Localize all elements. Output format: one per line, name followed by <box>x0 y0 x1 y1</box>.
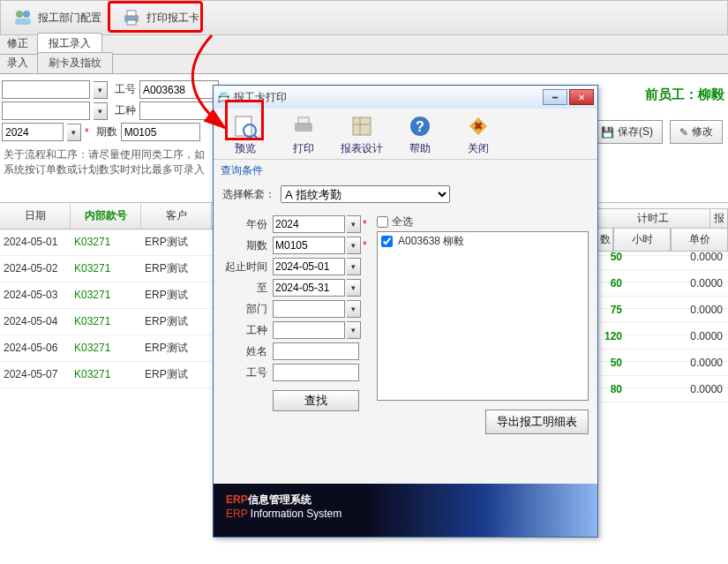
required-asterisk: * <box>363 218 367 230</box>
print-card-label: 打印报工卡 <box>146 11 199 26</box>
top-toolbar: 报工部门配置 打印报工卡 <box>0 0 728 35</box>
select-all-label: 全选 <box>392 214 413 229</box>
close-button[interactable]: ✖ 关闭 <box>457 111 499 156</box>
tab-swipe[interactable]: 刷卡及指纹 <box>37 52 113 73</box>
svg-rect-10 <box>298 117 309 124</box>
save-button[interactable]: 💾 保存(S) <box>591 120 663 144</box>
name-label: 姓名 <box>222 344 271 359</box>
col-innum: 内部款号 <box>71 203 141 229</box>
workno-field[interactable] <box>273 364 359 381</box>
dept-config-button[interactable]: 报工部门配置 <box>3 4 111 32</box>
dropdown-toggle[interactable]: ▾ <box>67 124 81 141</box>
right-grid-body: 500.0000600.0000750.00001200.0000500.000… <box>596 244 728 402</box>
workno-label: 工号 <box>111 82 136 97</box>
svg-rect-4 <box>127 11 136 16</box>
printer-icon <box>289 111 319 141</box>
table-row[interactable]: 600.0000 <box>596 270 728 297</box>
item-label: A003638 柳毅 <box>398 234 464 249</box>
users-icon <box>12 7 34 28</box>
dept-field[interactable] <box>273 300 345 318</box>
current-employee: 前员工：柳毅 <box>645 86 724 103</box>
tab-row-2: 录入 刷卡及指纹 <box>0 55 728 74</box>
select-all-checkbox[interactable] <box>377 216 388 228</box>
col-group-timework: 计时工 <box>596 208 710 229</box>
svg-rect-2 <box>15 19 31 25</box>
year-label: 年份 <box>222 217 271 232</box>
table-row[interactable]: 750.0000 <box>596 297 728 323</box>
period-label: 期数 <box>222 238 271 253</box>
dialog-icon: 📇 <box>217 91 230 103</box>
minimize-button[interactable]: ━ <box>543 89 567 105</box>
kind-label: 工种 <box>222 323 271 338</box>
svg-point-0 <box>16 11 23 18</box>
to-date-field[interactable] <box>273 279 345 297</box>
print-button[interactable]: 打印 <box>282 111 325 156</box>
employee-list[interactable]: A003638 柳毅 <box>377 231 589 401</box>
col-customer: 客户 <box>141 203 212 229</box>
design-icon <box>347 111 377 141</box>
table-row[interactable]: 500.0000 <box>596 350 728 376</box>
help-icon: ? <box>405 111 435 141</box>
from-label: 起止时间 <box>222 259 271 274</box>
tab-entry[interactable]: 报工录入 <box>37 33 102 54</box>
list-item[interactable]: A003638 柳毅 <box>378 232 588 251</box>
svg-line-8 <box>254 135 258 139</box>
tab-prefix-1: 修正 <box>0 34 35 54</box>
search-button[interactable]: 查找 <box>273 390 359 411</box>
blank-select-2[interactable] <box>2 102 90 120</box>
svg-point-1 <box>23 11 30 18</box>
printer-icon <box>121 7 142 28</box>
query-section-label: 查询条件 <box>214 160 597 182</box>
dialog-titlebar[interactable]: 📇 报工卡打印 ━ ✕ <box>214 86 597 109</box>
dropdown-toggle[interactable]: ▾ <box>347 279 361 297</box>
save-icon: 💾 <box>601 126 614 139</box>
year-input[interactable] <box>2 123 64 141</box>
dropdown-toggle[interactable]: ▾ <box>347 237 361 254</box>
dropdown-toggle[interactable]: ▾ <box>94 81 108 99</box>
preview-icon <box>230 111 260 141</box>
edit-icon: ✎ <box>679 126 688 139</box>
year-field[interactable] <box>273 215 345 233</box>
tab-prefix-2: 录入 <box>0 53 35 73</box>
book-label: 选择帐套： <box>222 187 275 202</box>
print-card-button[interactable]: 打印报工卡 <box>111 4 209 32</box>
svg-text:?: ? <box>416 119 424 134</box>
close-icon: ✖ <box>463 111 493 141</box>
preview-button[interactable]: 预览 <box>224 111 266 156</box>
period-label: 期数 <box>93 124 117 139</box>
item-checkbox[interactable] <box>381 236 393 247</box>
col-group-r: 报 <box>710 208 728 229</box>
param-fields: 年份▾* 期数▾* 起止时间▾ 至▾ 部门▾ 工种▾ 姓名 工号 查找 <box>222 212 368 434</box>
design-button[interactable]: 报表设计 <box>341 111 383 156</box>
kind-field[interactable] <box>273 321 345 339</box>
help-button[interactable]: ? 帮助 <box>399 111 441 156</box>
name-field[interactable] <box>273 342 359 360</box>
to-label: 至 <box>222 281 271 296</box>
kind-input[interactable] <box>139 102 219 120</box>
dropdown-toggle[interactable]: ▾ <box>347 300 361 318</box>
dropdown-toggle[interactable]: ▾ <box>94 102 108 120</box>
dept-label: 部门 <box>222 302 271 317</box>
table-row[interactable]: 500.0000 <box>596 244 728 270</box>
export-button[interactable]: 导出报工明细表 <box>485 410 589 434</box>
dropdown-toggle[interactable]: ▾ <box>347 258 361 275</box>
table-row[interactable]: 800.0000 <box>596 376 728 402</box>
book-select[interactable]: A 指纹考勤 <box>281 185 450 203</box>
table-row[interactable]: 1200.0000 <box>596 323 728 350</box>
svg-text:✖: ✖ <box>474 120 483 132</box>
period-input[interactable] <box>121 123 200 141</box>
workno-label: 工号 <box>222 365 271 380</box>
kind-label: 工种 <box>111 103 136 118</box>
edit-button[interactable]: ✎ 修改 <box>670 120 723 144</box>
dialog-toolbar: 预览 打印 报表设计 ? 帮助 ✖ 关闭 <box>214 109 597 160</box>
dropdown-toggle[interactable]: ▾ <box>347 321 361 339</box>
blank-select-1[interactable] <box>2 80 90 99</box>
required-asterisk: * <box>363 239 367 252</box>
from-date-field[interactable] <box>273 258 345 275</box>
svg-rect-5 <box>127 20 136 25</box>
period-field[interactable] <box>273 237 345 254</box>
dropdown-toggle[interactable]: ▾ <box>347 215 361 233</box>
required-asterisk: * <box>85 126 89 139</box>
close-window-button[interactable]: ✕ <box>569 89 594 105</box>
workno-input[interactable] <box>139 80 219 99</box>
